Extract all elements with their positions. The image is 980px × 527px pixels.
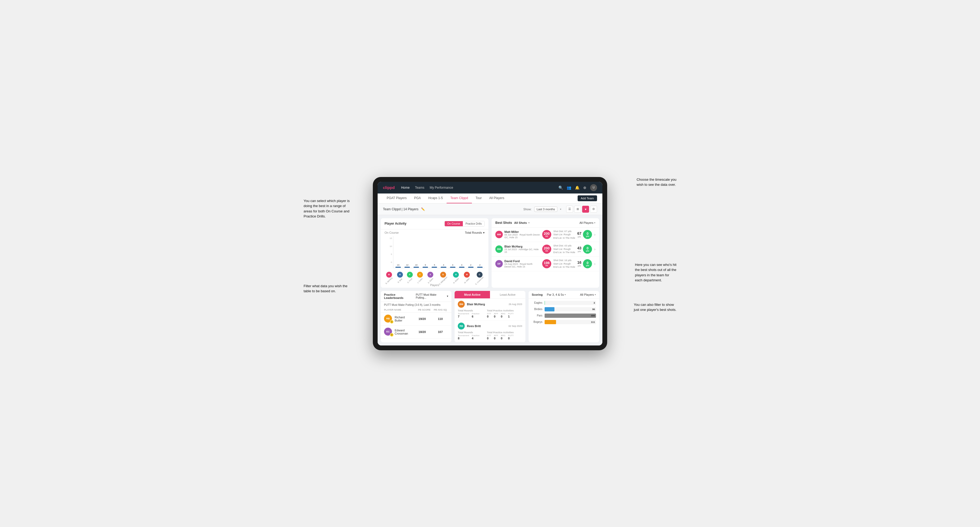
active-app-label-0: APP xyxy=(494,313,498,315)
active-arg-val-0: 0 xyxy=(501,315,506,318)
scoring-par-dropdown[interactable]: Par 3, 4 & 5s ▾ xyxy=(547,293,566,296)
view-list-icon[interactable]: ☰ xyxy=(566,206,573,213)
view-heart-icon[interactable]: ♥ xyxy=(582,206,589,213)
bar-value-2: 10 xyxy=(415,264,418,266)
add-icon[interactable]: ⊕ xyxy=(583,186,586,190)
player-avatar-1[interactable]: B xyxy=(397,272,403,278)
chart-filter-dropdown[interactable]: Total Rounds ▾ xyxy=(465,231,485,235)
bar-3 xyxy=(423,267,428,268)
active-player-entry-1: RB Rees Britt 02 Sep 2023 Total Rounds T… xyxy=(455,321,525,342)
lb-chevron-icon: ▾ xyxy=(447,295,448,298)
shot-circle-0: 200 SG xyxy=(542,230,551,239)
search-icon[interactable]: 🔍 xyxy=(558,186,563,190)
edit-team-icon[interactable]: ✏️ xyxy=(421,207,425,211)
shot-circle-label-2: SG xyxy=(546,265,548,267)
player-avatar-8[interactable]: C xyxy=(477,272,482,278)
shot-entry-chevron-0[interactable]: › xyxy=(594,232,595,237)
active-app-0: APP 0 xyxy=(494,313,498,318)
shot-entry-chevron-2[interactable]: › xyxy=(594,262,595,266)
shot-avatar-1: BM xyxy=(495,245,503,253)
team-name: Team Clippd | 14 Players xyxy=(383,207,418,211)
player-avatar-2[interactable]: F xyxy=(407,272,413,278)
bell-icon[interactable]: 🔔 xyxy=(575,186,579,190)
bar-value-3: 9 xyxy=(425,264,426,266)
lb-rank-badge-1: 2 xyxy=(390,333,394,337)
player-avatar-5[interactable]: B xyxy=(440,272,446,278)
lb-col-headers: PLAYER NAME PB SCORE PB AVG SQ xyxy=(381,307,451,313)
nav-link-home[interactable]: Home xyxy=(401,186,410,189)
lb-pb-score-1: 18/20 xyxy=(414,330,430,333)
shot-stats-2: 16 yds 0 yds xyxy=(578,259,592,268)
active-stat-cols-activities-1: GTT 0 APP 0 ARG 0 PUTT 0 xyxy=(487,334,514,340)
view-settings-icon[interactable]: ⚙ xyxy=(590,206,597,213)
people-icon[interactable]: 👥 xyxy=(567,186,571,190)
shot-stats-0: 67 yds 0 yds xyxy=(578,230,592,239)
bar-value-6: 3 xyxy=(452,264,453,266)
bar-0 xyxy=(396,267,401,268)
bar-5 xyxy=(441,267,446,268)
toggle-on-course[interactable]: On Course xyxy=(445,221,463,226)
lb-player-name-0: Richard Butler xyxy=(395,316,412,322)
all-players-dropdown[interactable]: All Players ▾ xyxy=(579,221,595,224)
tab-hcaps[interactable]: Hcaps 1-5 xyxy=(425,193,447,203)
active-tournament-val-0: 7 xyxy=(458,315,469,318)
player-avatar-3[interactable]: C xyxy=(417,272,423,278)
bar-chart-area: 15 10 5 0 1312109543322 xyxy=(381,236,488,270)
player-avatar-6[interactable]: B xyxy=(453,272,459,278)
shot-player-info-2: DF David Ford 24 Aug 2023 · Royal North … xyxy=(495,259,540,268)
view-grid-icon[interactable]: ⊞ xyxy=(574,206,581,213)
player-avatar-4[interactable]: E xyxy=(428,272,433,278)
player-avatar-item-5: BO. Billingham xyxy=(438,272,449,282)
active-arg-val-1: 0 xyxy=(501,337,506,340)
tab-tour[interactable]: Tour xyxy=(472,193,485,203)
nav-link-teams[interactable]: Teams xyxy=(415,186,424,189)
y-axis-5: 5 xyxy=(385,253,392,256)
player-avatar-0[interactable]: M xyxy=(386,272,392,278)
user-avatar[interactable]: U xyxy=(590,184,597,191)
best-shots-title: Best Shots xyxy=(495,221,512,225)
active-tab-header: Most Active Least Active xyxy=(455,291,525,298)
active-gtt-label-1: GTT xyxy=(487,334,491,337)
shot-entry-chevron-1[interactable]: › xyxy=(594,247,595,251)
show-dropdown[interactable]: Last 3 months xyxy=(534,206,557,212)
bar-highlight-3 xyxy=(423,267,428,268)
chart-filter-chevron: ▾ xyxy=(483,231,485,235)
tab-team-clippd[interactable]: Team Clippd xyxy=(447,193,472,203)
shot-player-text-2: David Ford 24 Aug 2023 · Royal North Dev… xyxy=(504,259,540,268)
shot-stat-val2-2: 0 xyxy=(587,261,589,265)
scoring-title: Scoring xyxy=(532,293,543,296)
player-avatar-item-2: FD. Ford xyxy=(407,272,413,282)
tab-all-players[interactable]: All Players xyxy=(485,193,508,203)
player-avatar-item-0: MB. McHarg xyxy=(385,272,393,282)
lb-player-row-0: RB 1 Richard Butler 19/20 110 xyxy=(381,313,451,325)
active-app-1: APP 0 xyxy=(494,334,498,340)
player-avatar-item-6: BR. Butler xyxy=(452,272,460,282)
nav-link-myperformance[interactable]: My Performance xyxy=(430,186,453,189)
lb-dropdown[interactable]: PUTT Must Make Putting... ▾ xyxy=(416,293,448,299)
tab-least-active[interactable]: Least Active xyxy=(490,291,525,298)
shot-dist-info-2: Shot Dist: 16 yds Start Lie: Rough End L… xyxy=(554,259,575,269)
bar-8 xyxy=(468,267,474,268)
toggle-practice-drills[interactable]: Practice Drills xyxy=(463,221,484,226)
tab-pga[interactable]: PGA xyxy=(410,193,425,203)
bar-group-2: 10 xyxy=(414,264,419,268)
active-stat-practice-activities-0: Total Practice Activities GTT 0 APP 0 AR… xyxy=(487,309,514,318)
lb-title: Practice Leaderboards xyxy=(384,293,414,300)
active-arg-0: ARG 0 xyxy=(501,313,506,318)
active-arg-label-1: ARG xyxy=(501,334,506,337)
bar-group-6: 3 xyxy=(450,264,455,268)
tab-pgat-players[interactable]: PGAT Players xyxy=(383,193,410,203)
scoring-label-3: Bogeys xyxy=(532,321,542,323)
tab-most-active[interactable]: Most Active xyxy=(455,291,490,298)
scoring-players-dropdown[interactable]: All Players ▾ xyxy=(580,293,596,296)
chart-section-label: On Course xyxy=(385,231,399,234)
player-avatar-7[interactable]: M xyxy=(464,272,470,278)
scoring-bar-text-2: 499 xyxy=(591,314,595,317)
player-avatar-item-7: MM. Miller xyxy=(463,272,470,282)
shot-circle-num-2: 198 xyxy=(544,261,550,265)
shot-stat-unit1-2: yds xyxy=(578,265,581,267)
all-players-label: All Players xyxy=(579,221,593,224)
add-team-button[interactable]: Add Team xyxy=(578,195,597,201)
shots-tab-all-shots[interactable]: All Shots xyxy=(514,221,527,224)
lb-pb-score-0: 19/20 xyxy=(414,317,430,321)
